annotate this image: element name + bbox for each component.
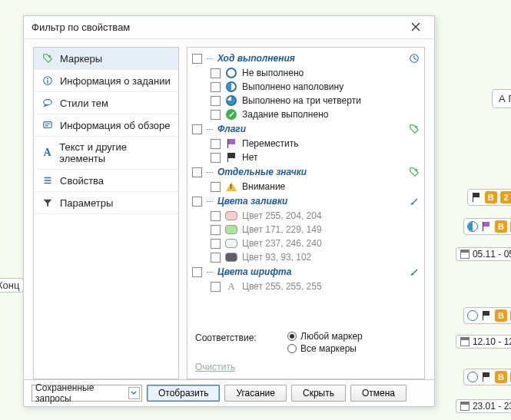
filter-properties-dialog: Фильтр по свойствам Маркеры Информация о… xyxy=(23,15,435,407)
correspondence-label: Соответствие: xyxy=(195,331,280,343)
checkbox[interactable] xyxy=(211,211,221,221)
svg-point-1 xyxy=(47,78,48,80)
marker-group-header[interactable]: Флаги xyxy=(191,121,423,137)
checkbox[interactable] xyxy=(211,68,221,78)
swatch-icon xyxy=(225,223,237,236)
marker-item[interactable]: Внимание xyxy=(191,180,423,193)
marker-group-header[interactable]: Цвета шрифта xyxy=(191,264,423,279)
marker-panel: Ход выполненияНе выполненоВыполнено напо… xyxy=(187,47,425,379)
checkbox[interactable] xyxy=(211,82,221,92)
marker-group-header[interactable]: Ход выполнения xyxy=(191,51,423,66)
category-label: Информация об обзоре xyxy=(60,120,170,131)
marker-item[interactable]: Цвет 255, 204, 204 xyxy=(191,209,423,223)
marker-item-label: Переместить xyxy=(242,138,299,149)
group-title: Ход выполнения xyxy=(217,53,403,64)
marker-item[interactable]: Цвет 171, 229, 149 xyxy=(191,223,423,236)
checkbox[interactable] xyxy=(192,124,202,134)
chevron-down-icon xyxy=(128,387,140,399)
category-label: Параметры xyxy=(60,197,113,209)
marker-item[interactable]: ✓Задание выполнено xyxy=(191,107,423,121)
tag-plus-icon[interactable] xyxy=(407,165,421,179)
flag-purple-icon xyxy=(225,137,237,150)
cancel-button[interactable]: Отмена xyxy=(350,385,406,402)
dialog-title: Фильтр по свойствам xyxy=(32,21,405,33)
checkbox[interactable] xyxy=(211,225,221,235)
marker-scroll[interactable]: Ход выполненияНе выполненоВыполнено напо… xyxy=(187,48,424,326)
swatch-icon xyxy=(225,237,237,250)
checkbox[interactable] xyxy=(211,282,221,292)
marker-item[interactable]: Нет xyxy=(191,150,423,164)
group-title: Цвета шрифта xyxy=(217,266,403,277)
tag-plus-icon[interactable] xyxy=(407,122,421,136)
checkbox[interactable] xyxy=(211,153,221,163)
bubble-icon xyxy=(41,97,54,109)
category-parameters[interactable]: Параметры xyxy=(34,192,178,214)
category-label: Свойства xyxy=(60,175,104,187)
bg-date: 23.01 - 23.0 xyxy=(456,399,511,413)
marker-group-header[interactable]: Цвета заливки xyxy=(191,193,423,209)
marker-item[interactable]: Цвет 237, 246, 240 xyxy=(191,236,423,250)
radio-label: Любой маркер xyxy=(300,331,363,342)
swatch-icon xyxy=(225,210,237,222)
svg-rect-3 xyxy=(44,122,52,128)
text-a-icon: A xyxy=(41,147,53,159)
circle-empty-icon xyxy=(225,67,237,79)
svg-point-2 xyxy=(44,100,52,105)
checkbox[interactable] xyxy=(192,267,202,277)
list-icon xyxy=(41,174,54,187)
checkbox[interactable] xyxy=(211,139,221,149)
radio-icon xyxy=(287,332,297,341)
clock-icon[interactable] xyxy=(407,51,421,65)
info-icon xyxy=(41,74,54,87)
radio-icon xyxy=(287,344,297,353)
group-title: Отдельные значки xyxy=(217,167,403,177)
brush-icon[interactable] xyxy=(407,194,421,208)
marker-group-header[interactable]: Отдельные значки xyxy=(191,164,423,180)
category-topic-styles[interactable]: Стили тем xyxy=(34,92,178,114)
show-button[interactable]: Отобразить xyxy=(147,385,220,402)
brush-icon[interactable] xyxy=(407,265,421,279)
checkbox[interactable] xyxy=(192,167,202,177)
category-review-info[interactable]: Информация об обзоре xyxy=(34,114,178,137)
filter-icon xyxy=(41,197,54,209)
radio-any-marker[interactable]: Любой маркер xyxy=(287,331,363,342)
close-button[interactable] xyxy=(405,21,426,35)
marker-item[interactable]: Выполнено на три четверти xyxy=(191,94,423,107)
circle-check-icon: ✓ xyxy=(225,108,237,121)
marker-item[interactable]: AЦвет 255, 255, 255 xyxy=(191,279,423,293)
checkbox[interactable] xyxy=(211,110,221,120)
checkbox[interactable] xyxy=(211,182,221,192)
checkbox[interactable] xyxy=(192,54,202,64)
radio-label: Все маркеры xyxy=(300,343,357,354)
swatch-icon xyxy=(225,251,237,263)
radio-all-markers[interactable]: Все маркеры xyxy=(287,343,363,354)
marker-item-label: Цвет 237, 246, 240 xyxy=(242,238,322,249)
marker-item[interactable]: Выполнено наполовину xyxy=(191,80,423,94)
dialog-titlebar: Фильтр по свойствам xyxy=(24,16,434,39)
circle-half-icon xyxy=(225,81,237,93)
bg-date: 12.10 - 12.1 xyxy=(456,335,511,349)
category-label: Информация о задании xyxy=(60,75,171,87)
marker-item-label: Задание выполнено xyxy=(242,109,328,120)
category-task-info[interactable]: Информация о задании xyxy=(34,70,178,92)
bg-date: 05.11 - 05.1 xyxy=(456,247,511,261)
category-markers[interactable]: Маркеры xyxy=(34,48,178,70)
hide-button[interactable]: Скрыть xyxy=(291,385,346,402)
tag-plus-icon xyxy=(41,52,54,64)
marker-item[interactable]: Не выполнено xyxy=(191,66,423,80)
category-properties[interactable]: Свойства xyxy=(34,170,178,192)
clear-link[interactable]: Очистить xyxy=(187,359,424,379)
checkbox[interactable] xyxy=(211,239,221,249)
checkbox[interactable] xyxy=(192,197,202,207)
saved-queries-combo[interactable]: Сохраненные запросы xyxy=(32,385,142,402)
marker-item[interactable]: Переместить xyxy=(191,137,423,150)
fade-button[interactable]: Угасание xyxy=(224,385,287,402)
checkbox[interactable] xyxy=(211,253,221,263)
marker-item[interactable]: Цвет 93, 93, 102 xyxy=(191,250,423,264)
checkbox[interactable] xyxy=(211,96,221,106)
correspondence-row: Соответствие: Любой маркер Все маркеры xyxy=(187,326,424,359)
group-title: Цвета заливки xyxy=(217,196,403,207)
category-label: Текст и другие элементы xyxy=(59,141,171,164)
marker-item-label: Цвет 171, 229, 149 xyxy=(242,224,322,235)
category-text-elements[interactable]: A Текст и другие элементы xyxy=(34,137,178,170)
